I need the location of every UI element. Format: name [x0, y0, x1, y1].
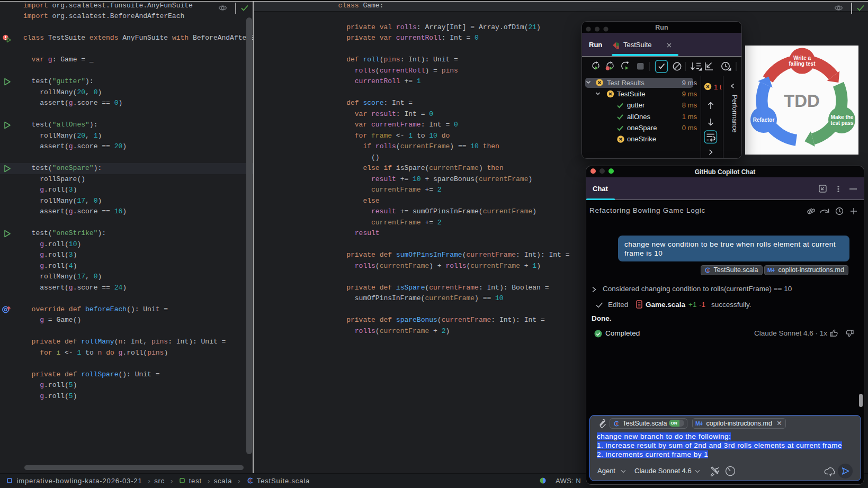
- svg-text:Performance: Performance: [731, 95, 738, 133]
- svg-text:TDD: TDD: [784, 91, 820, 111]
- svg-text:Refactor: Refactor: [753, 117, 775, 123]
- svg-text:failing test: failing test: [789, 61, 816, 67]
- svg-text:1 t: 1 t: [714, 83, 722, 91]
- svg-text:M: M: [695, 420, 700, 426]
- svg-text:M: M: [767, 267, 772, 273]
- svg-text:Write a: Write a: [793, 55, 811, 61]
- svg-text:Make the: Make the: [831, 114, 854, 120]
- svg-text:test pass: test pass: [830, 120, 854, 126]
